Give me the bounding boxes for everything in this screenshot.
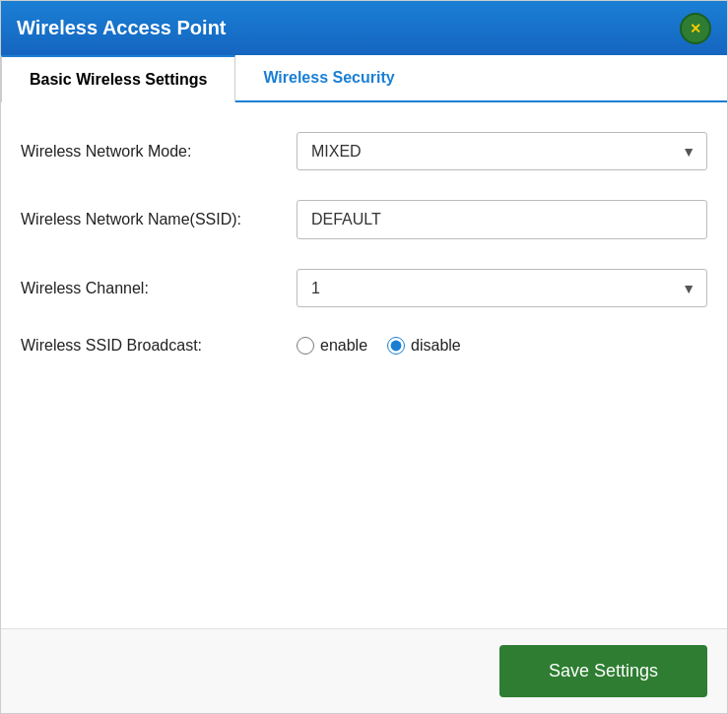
close-button[interactable]: [680, 13, 711, 44]
enable-radio-item[interactable]: enable: [297, 337, 367, 355]
title-bar: Wireless Access Point: [1, 1, 727, 55]
disable-radio[interactable]: [387, 337, 405, 355]
ssid-input[interactable]: [297, 200, 707, 239]
form-content: Wireless Network Mode: MIXED B-Only G-On…: [1, 102, 727, 628]
disable-radio-label: disable: [411, 337, 461, 355]
enable-radio-label: enable: [320, 337, 367, 355]
network-name-label: Wireless Network Name(SSID):: [21, 211, 297, 228]
network-mode-label: Wireless Network Mode:: [21, 143, 297, 161]
network-name-control: [297, 200, 707, 239]
footer: Save Settings: [1, 628, 727, 713]
channel-control: 1 2 3 4 5 6 7 8 9 10 11 Auto ▼: [297, 269, 707, 307]
channel-label: Wireless Channel:: [21, 280, 297, 297]
window-title: Wireless Access Point: [17, 17, 227, 39]
network-mode-row: Wireless Network Mode: MIXED B-Only G-On…: [21, 132, 707, 170]
tab-wireless-security[interactable]: Wireless Security: [235, 55, 422, 100]
tabs-bar: Basic Wireless Settings Wireless Securit…: [1, 55, 727, 102]
disable-radio-item[interactable]: disable: [387, 337, 461, 355]
ssid-broadcast-row: Wireless SSID Broadcast: enable disable: [21, 337, 707, 355]
ssid-broadcast-radio-group: enable disable: [297, 337, 707, 355]
network-mode-control: MIXED B-Only G-Only N-Only Disabled ▼: [297, 132, 707, 170]
channel-row: Wireless Channel: 1 2 3 4 5 6 7 8 9 10 1…: [21, 269, 707, 307]
channel-select-wrapper: 1 2 3 4 5 6 7 8 9 10 11 Auto ▼: [297, 269, 707, 307]
ssid-broadcast-control: enable disable: [297, 337, 707, 355]
ssid-broadcast-label: Wireless SSID Broadcast:: [21, 337, 297, 355]
save-settings-button[interactable]: Save Settings: [499, 645, 707, 697]
enable-radio[interactable]: [297, 337, 314, 355]
network-name-row: Wireless Network Name(SSID):: [21, 200, 707, 239]
channel-select[interactable]: 1 2 3 4 5 6 7 8 9 10 11 Auto: [297, 269, 707, 307]
tab-basic-wireless[interactable]: Basic Wireless Settings: [1, 55, 235, 102]
main-window: Wireless Access Point Basic Wireless Set…: [0, 0, 728, 714]
network-mode-select-wrapper: MIXED B-Only G-Only N-Only Disabled ▼: [297, 132, 707, 170]
network-mode-select[interactable]: MIXED B-Only G-Only N-Only Disabled: [297, 132, 707, 170]
